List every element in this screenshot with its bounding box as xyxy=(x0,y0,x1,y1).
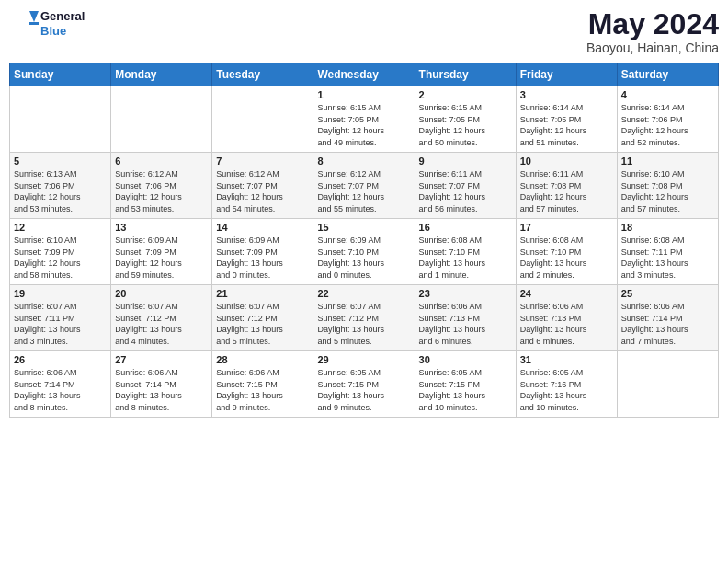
day-number: 16 xyxy=(419,222,512,233)
month-year: May 2024 xyxy=(586,9,719,39)
calendar-cell: 14Sunrise: 6:09 AM Sunset: 7:09 PM Dayli… xyxy=(212,219,313,285)
logo-text: General Blue xyxy=(40,9,85,38)
day-of-week-header: Friday xyxy=(516,63,617,86)
calendar: SundayMondayTuesdayWednesdayThursdayFrid… xyxy=(9,63,719,418)
svg-marker-1 xyxy=(29,11,39,22)
day-info: Sunrise: 6:10 AM Sunset: 7:09 PM Dayligh… xyxy=(14,235,107,281)
svg-rect-2 xyxy=(29,22,39,25)
day-number: 18 xyxy=(621,222,714,233)
day-info: Sunrise: 6:15 AM Sunset: 7:05 PM Dayligh… xyxy=(317,102,410,148)
day-number: 13 xyxy=(115,222,208,233)
calendar-cell xyxy=(617,351,718,418)
calendar-cell: 22Sunrise: 6:07 AM Sunset: 7:12 PM Dayli… xyxy=(313,285,415,351)
day-number: 26 xyxy=(14,354,107,365)
calendar-cell: 23Sunrise: 6:06 AM Sunset: 7:13 PM Dayli… xyxy=(415,285,516,351)
calendar-cell: 11Sunrise: 6:10 AM Sunset: 7:08 PM Dayli… xyxy=(617,153,718,219)
day-info: Sunrise: 6:06 AM Sunset: 7:13 PM Dayligh… xyxy=(419,301,512,347)
day-number: 1 xyxy=(317,89,410,100)
day-number: 4 xyxy=(621,89,714,100)
calendar-cell: 12Sunrise: 6:10 AM Sunset: 7:09 PM Dayli… xyxy=(10,219,111,285)
day-info: Sunrise: 6:11 AM Sunset: 7:08 PM Dayligh… xyxy=(520,168,613,214)
calendar-cell: 16Sunrise: 6:08 AM Sunset: 7:10 PM Dayli… xyxy=(415,219,516,285)
calendar-cell: 9Sunrise: 6:11 AM Sunset: 7:07 PM Daylig… xyxy=(415,153,516,219)
day-info: Sunrise: 6:07 AM Sunset: 7:12 PM Dayligh… xyxy=(216,301,309,347)
day-info: Sunrise: 6:08 AM Sunset: 7:10 PM Dayligh… xyxy=(419,235,512,281)
day-number: 29 xyxy=(317,354,410,365)
day-info: Sunrise: 6:14 AM Sunset: 7:06 PM Dayligh… xyxy=(621,102,714,148)
day-info: Sunrise: 6:05 AM Sunset: 7:15 PM Dayligh… xyxy=(419,367,512,413)
day-info: Sunrise: 6:10 AM Sunset: 7:08 PM Dayligh… xyxy=(621,168,714,214)
day-info: Sunrise: 6:13 AM Sunset: 7:06 PM Dayligh… xyxy=(14,168,107,214)
day-number: 9 xyxy=(419,155,512,167)
calendar-header-row: SundayMondayTuesdayWednesdayThursdayFrid… xyxy=(10,63,719,86)
day-of-week-header: Thursday xyxy=(415,63,516,86)
calendar-week-row: 26Sunrise: 6:06 AM Sunset: 7:14 PM Dayli… xyxy=(10,351,719,418)
day-number: 10 xyxy=(520,155,613,167)
logo-general: General xyxy=(40,9,85,24)
calendar-week-row: 19Sunrise: 6:07 AM Sunset: 7:11 PM Dayli… xyxy=(10,285,719,351)
calendar-cell: 2Sunrise: 6:15 AM Sunset: 7:05 PM Daylig… xyxy=(415,86,516,153)
day-info: Sunrise: 6:05 AM Sunset: 7:15 PM Dayligh… xyxy=(317,367,410,413)
day-number: 2 xyxy=(419,89,512,100)
day-info: Sunrise: 6:05 AM Sunset: 7:16 PM Dayligh… xyxy=(520,367,613,413)
calendar-week-row: 12Sunrise: 6:10 AM Sunset: 7:09 PM Dayli… xyxy=(10,219,719,285)
calendar-cell: 19Sunrise: 6:07 AM Sunset: 7:11 PM Dayli… xyxy=(10,285,111,351)
calendar-cell: 30Sunrise: 6:05 AM Sunset: 7:15 PM Dayli… xyxy=(415,351,516,418)
day-of-week-header: Sunday xyxy=(10,63,111,86)
calendar-cell: 20Sunrise: 6:07 AM Sunset: 7:12 PM Dayli… xyxy=(111,285,212,351)
day-info: Sunrise: 6:06 AM Sunset: 7:14 PM Dayligh… xyxy=(14,367,107,413)
day-info: Sunrise: 6:15 AM Sunset: 7:05 PM Dayligh… xyxy=(419,102,512,148)
day-info: Sunrise: 6:08 AM Sunset: 7:11 PM Dayligh… xyxy=(621,235,714,281)
day-info: Sunrise: 6:08 AM Sunset: 7:10 PM Dayligh… xyxy=(520,235,613,281)
calendar-week-row: 1Sunrise: 6:15 AM Sunset: 7:05 PM Daylig… xyxy=(10,86,719,153)
day-number: 6 xyxy=(115,155,208,167)
day-of-week-header: Monday xyxy=(111,63,212,86)
calendar-cell: 31Sunrise: 6:05 AM Sunset: 7:16 PM Dayli… xyxy=(516,351,617,418)
day-number: 12 xyxy=(14,222,107,233)
day-number: 30 xyxy=(419,354,512,365)
day-info: Sunrise: 6:09 AM Sunset: 7:10 PM Dayligh… xyxy=(317,235,410,281)
day-info: Sunrise: 6:11 AM Sunset: 7:07 PM Dayligh… xyxy=(419,168,512,214)
day-of-week-header: Saturday xyxy=(617,63,718,86)
day-number: 21 xyxy=(216,288,309,299)
calendar-cell: 13Sunrise: 6:09 AM Sunset: 7:09 PM Dayli… xyxy=(111,219,212,285)
day-info: Sunrise: 6:12 AM Sunset: 7:07 PM Dayligh… xyxy=(216,168,309,214)
calendar-cell: 1Sunrise: 6:15 AM Sunset: 7:05 PM Daylig… xyxy=(313,86,415,153)
day-info: Sunrise: 6:09 AM Sunset: 7:09 PM Dayligh… xyxy=(115,235,208,281)
calendar-cell: 24Sunrise: 6:06 AM Sunset: 7:13 PM Dayli… xyxy=(516,285,617,351)
day-info: Sunrise: 6:07 AM Sunset: 7:12 PM Dayligh… xyxy=(115,301,208,347)
day-number: 19 xyxy=(14,288,107,299)
day-info: Sunrise: 6:07 AM Sunset: 7:11 PM Dayligh… xyxy=(14,301,107,347)
calendar-cell: 4Sunrise: 6:14 AM Sunset: 7:06 PM Daylig… xyxy=(617,86,718,153)
day-number: 27 xyxy=(115,354,208,365)
calendar-cell: 3Sunrise: 6:14 AM Sunset: 7:05 PM Daylig… xyxy=(516,86,617,153)
day-info: Sunrise: 6:06 AM Sunset: 7:14 PM Dayligh… xyxy=(621,301,714,347)
day-info: Sunrise: 6:12 AM Sunset: 7:07 PM Dayligh… xyxy=(317,168,410,214)
day-of-week-header: Tuesday xyxy=(212,63,313,86)
day-of-week-header: Wednesday xyxy=(313,63,415,86)
day-number: 3 xyxy=(520,89,613,100)
calendar-cell: 29Sunrise: 6:05 AM Sunset: 7:15 PM Dayli… xyxy=(313,351,415,418)
calendar-cell: 7Sunrise: 6:12 AM Sunset: 7:07 PM Daylig… xyxy=(212,153,313,219)
day-info: Sunrise: 6:14 AM Sunset: 7:05 PM Dayligh… xyxy=(520,102,613,148)
day-number: 23 xyxy=(419,288,512,299)
calendar-cell xyxy=(10,86,111,153)
day-number: 7 xyxy=(216,155,309,167)
day-info: Sunrise: 6:06 AM Sunset: 7:14 PM Dayligh… xyxy=(115,367,208,413)
calendar-body: 1Sunrise: 6:15 AM Sunset: 7:05 PM Daylig… xyxy=(10,86,719,418)
calendar-cell: 8Sunrise: 6:12 AM Sunset: 7:07 PM Daylig… xyxy=(313,153,415,219)
day-number: 25 xyxy=(621,288,714,299)
day-number: 14 xyxy=(216,222,309,233)
day-number: 11 xyxy=(621,155,714,167)
day-number: 22 xyxy=(317,288,410,299)
calendar-week-row: 5Sunrise: 6:13 AM Sunset: 7:06 PM Daylig… xyxy=(10,153,719,219)
calendar-cell: 18Sunrise: 6:08 AM Sunset: 7:11 PM Dayli… xyxy=(617,219,718,285)
day-info: Sunrise: 6:06 AM Sunset: 7:13 PM Dayligh… xyxy=(520,301,613,347)
day-info: Sunrise: 6:06 AM Sunset: 7:15 PM Dayligh… xyxy=(216,367,309,413)
calendar-cell xyxy=(212,86,313,153)
day-info: Sunrise: 6:07 AM Sunset: 7:12 PM Dayligh… xyxy=(317,301,410,347)
header: General Blue May 2024 Baoyou, Hainan, Ch… xyxy=(9,9,719,55)
calendar-cell xyxy=(111,86,212,153)
day-info: Sunrise: 6:12 AM Sunset: 7:06 PM Dayligh… xyxy=(115,168,208,214)
calendar-cell: 21Sunrise: 6:07 AM Sunset: 7:12 PM Dayli… xyxy=(212,285,313,351)
